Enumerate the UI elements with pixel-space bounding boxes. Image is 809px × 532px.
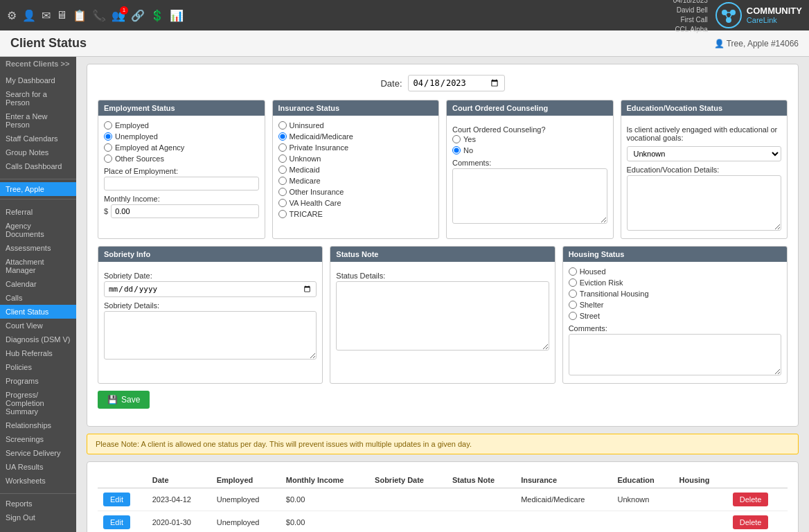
sidebar-item-policies[interactable]: Policies (0, 360, 76, 374)
sidebar-item-programs[interactable]: Programs (0, 374, 76, 388)
table-body: Edit 2023-04-12 Unemployed $0.00 Medicai… (98, 488, 788, 533)
row2-edit-button[interactable]: Edit (103, 515, 130, 529)
housing-radio-shelter[interactable] (569, 301, 577, 309)
court-comments-input[interactable] (452, 168, 607, 224)
sidebar-divider-3 (0, 493, 76, 494)
document-icon[interactable]: 📋 (73, 9, 87, 22)
sidebar-item-court-view[interactable]: Court View (0, 319, 76, 332)
insurance-radio-other[interactable] (278, 188, 287, 196)
housing-radio-transitional[interactable] (569, 290, 577, 298)
status-note-section: Status Note Status Details: (330, 246, 555, 384)
sidebar-active-client[interactable]: Tree, Apple (0, 182, 76, 196)
row1-edit-button[interactable]: Edit (103, 493, 130, 506)
top-nav-right: 04/18/2023 David Bell First Call CCL Alp… (673, 0, 802, 35)
sidebar-item-reports[interactable]: Reports (0, 497, 76, 511)
insurance-radio-uninsured[interactable] (278, 121, 287, 130)
save-button[interactable]: 💾 Save (98, 391, 150, 409)
sobriety-date-input[interactable] (104, 281, 317, 297)
sidebar-item-sign-out[interactable]: Sign Out (0, 511, 76, 524)
court-comments-label: Comments: (452, 159, 607, 167)
col-actions-right (727, 472, 788, 488)
court-radio-yes[interactable] (452, 135, 461, 143)
income-row: $ (104, 204, 259, 218)
chart-icon[interactable]: 📊 (170, 9, 184, 22)
sidebar-item-worksheets[interactable]: Worksheets (0, 474, 76, 488)
sidebar-item-relationships[interactable]: Relationships (0, 418, 76, 432)
place-input[interactable] (104, 177, 259, 190)
top-form-grid: Employment Status Employed Unemployed Em… (98, 100, 788, 239)
sidebar-item-progress[interactable]: Progress/ Completion Summary (0, 388, 76, 418)
education-question: Is client actively engaged with educatio… (627, 125, 782, 142)
gear-icon[interactable]: ⚙ (7, 9, 17, 22)
sidebar-item-screenings[interactable]: Screenings (0, 432, 76, 446)
layout: Recent Clients >> My Dashboard Search fo… (0, 57, 809, 532)
sidebar-item-attachment[interactable]: Attachment Manager (0, 255, 76, 277)
sidebar-item-hub-referrals[interactable]: Hub Referrals (0, 346, 76, 360)
insurance-radio-unknown[interactable] (278, 154, 287, 163)
employment-other: Other Sources (104, 154, 259, 163)
employment-employed: Employed (104, 121, 259, 130)
notice-box: Please Note: A client is allowed one sta… (87, 434, 799, 454)
sidebar-item-referral[interactable]: Referral (0, 205, 76, 219)
sidebar-item-calendar[interactable]: Calendar (0, 277, 76, 291)
add-person-icon[interactable]: 👥 (112, 9, 125, 22)
sidebar-item-calls-dashboard[interactable]: Calls Dashboard (0, 159, 76, 173)
row1-delete-cell: Delete (727, 488, 788, 511)
phone-icon[interactable]: 📞 (92, 9, 106, 22)
education-details-input[interactable] (627, 175, 782, 231)
sidebar-item-calendars[interactable]: Staff Calendars (0, 132, 76, 145)
housing-radio-housed[interactable] (569, 267, 577, 276)
sidebar-item-service-delivery[interactable]: Service Delivery (0, 446, 76, 460)
date-info: 04/18/2023 David Bell First Call CCL Alp… (673, 0, 708, 35)
sidebar-item-diagnosis[interactable]: Diagnosis (DSM V) (0, 332, 76, 346)
education-select[interactable]: Unknown Yes No (627, 146, 782, 161)
sidebar-item-my-dashboard[interactable]: My Dashboard (0, 73, 76, 87)
sidebar-item-ua-results[interactable]: UA Results (0, 460, 76, 474)
employment-radio-agency[interactable] (104, 143, 112, 152)
employment-radio-other[interactable] (104, 154, 112, 163)
insurance-radio-private[interactable] (278, 143, 287, 152)
income-input[interactable] (111, 204, 258, 218)
sidebar-item-assessments[interactable]: Assessments (0, 241, 76, 255)
row2-sobriety (369, 511, 447, 533)
employment-label-agency: Employed at Agency (115, 143, 184, 152)
employment-radio-employed[interactable] (104, 121, 112, 130)
row2-insurance (515, 511, 612, 533)
recent-clients-header[interactable]: Recent Clients >> (0, 57, 76, 71)
status-details-input[interactable] (336, 281, 549, 351)
sobriety-details-input[interactable] (104, 311, 317, 360)
row1-delete-button[interactable]: Delete (733, 493, 769, 506)
row2-education (612, 511, 674, 533)
row1-employed: Unemployed (211, 488, 281, 511)
insurance-radio-medicaid[interactable] (278, 166, 287, 174)
main-content: Date: Employment Status Employed Unemplo… (76, 57, 809, 532)
row2-delete-button[interactable]: Delete (733, 515, 769, 529)
sidebar-item-group-notes[interactable]: Group Notes (0, 145, 76, 159)
housing-comments-input[interactable] (569, 334, 781, 375)
court-radio-no[interactable] (452, 146, 461, 154)
housing-radio-eviction[interactable] (569, 278, 577, 287)
nav-icons: ⚙ 👤 ✉ 🖥 📋 📞 👥 🔗 💲 📊 (7, 9, 184, 22)
insurance-radio-medicare[interactable] (278, 177, 287, 185)
dollar-icon[interactable]: 💲 (150, 9, 164, 22)
col-education: Education (612, 472, 674, 488)
row1-housing (674, 488, 727, 511)
sidebar-item-agency-docs[interactable]: Agency Documents (0, 219, 76, 241)
sidebar-item-calls[interactable]: Calls (0, 291, 76, 305)
insurance-radio-medicaid-medicare[interactable] (278, 132, 287, 141)
screen-icon[interactable]: 🖥 (56, 9, 67, 21)
insurance-radio-tricare[interactable] (278, 210, 287, 218)
envelope-icon[interactable]: ✉ (42, 9, 51, 22)
col-employed: Employed (211, 472, 281, 488)
date-input[interactable] (408, 75, 505, 91)
sidebar-item-search[interactable]: Search for a Person (0, 87, 76, 109)
sidebar-item-client-status[interactable]: Client Status (0, 305, 76, 319)
row1-date: 2023-04-12 (147, 488, 211, 511)
employment-radio-unemployed[interactable] (104, 132, 112, 141)
network-icon[interactable]: 🔗 (131, 9, 145, 22)
col-date: Date (147, 472, 211, 488)
person-icon[interactable]: 👤 (22, 9, 36, 22)
insurance-radio-va[interactable] (278, 199, 287, 207)
sidebar-item-enter-new[interactable]: Enter a New Person (0, 109, 76, 132)
housing-radio-street[interactable] (569, 312, 577, 320)
